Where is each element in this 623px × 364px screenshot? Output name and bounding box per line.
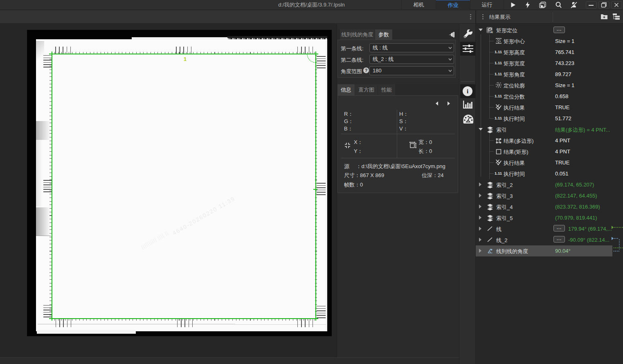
svg-text:AI: AI xyxy=(490,31,493,34)
